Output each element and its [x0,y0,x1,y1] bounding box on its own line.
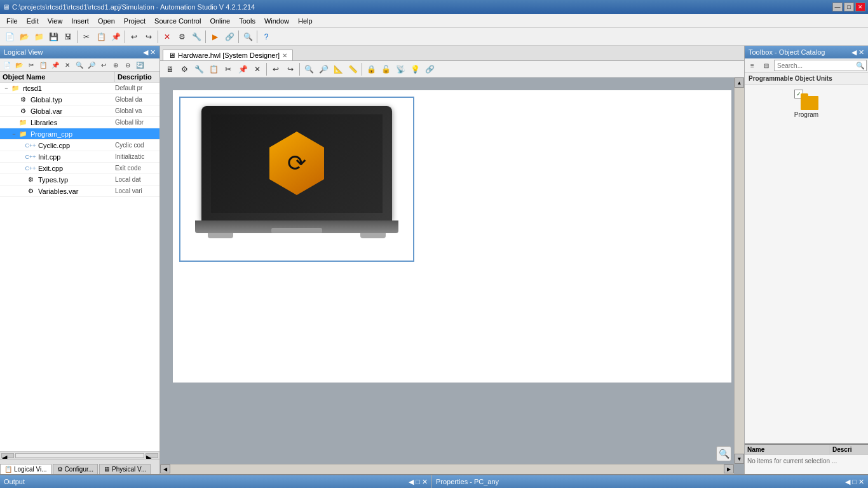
output-pin-icon[interactable]: ◀ [409,478,414,486]
menu-insert[interactable]: Insert [67,16,93,26]
lp-btn-4[interactable]: 📋 [37,59,49,71]
new-button[interactable]: 📄 [3,30,17,44]
scroll-track-h[interactable] [170,464,724,474]
toolbox-pin-icon[interactable]: ◀ [851,48,857,57]
lp-btn-6[interactable]: ✕ [62,59,73,71]
scroll-left-button[interactable]: ◀ [160,464,170,473]
transfer-button[interactable]: ▶ [208,30,222,44]
props-pin-icon[interactable]: ◀ [845,478,850,486]
expand-program-cpp[interactable]: − [10,130,18,138]
doc-btn-18[interactable]: 🔗 [423,62,437,76]
tree-item-program-cpp[interactable]: − 📁 Program_cpp [0,128,159,140]
menu-window[interactable]: Window [261,16,293,26]
horizontal-scrollbar[interactable]: ◀ ▶ [160,464,734,474]
tab-logical-view[interactable]: 📋 Logical Vi... [0,464,51,474]
menu-project[interactable]: Project [120,16,149,26]
doc-btn-13[interactable]: 📏 [346,62,360,76]
tree-item-types-typ[interactable]: ⚙ Types.typ Local dat [0,174,159,186]
tree-item-global-var[interactable]: ⚙ Global.var Global va [0,105,159,117]
system-designer-canvas[interactable]: ⟳ [160,78,744,474]
open-button[interactable]: 📂 [17,30,31,44]
doc-btn-1[interactable]: 🖥 [163,62,177,76]
panel-close-icon[interactable]: ✕ [150,48,156,57]
tree-item-exit-cpp[interactable]: C++ Exit.cpp Exit code [0,163,159,174]
stop-button[interactable]: ✕ [160,30,174,44]
lp-btn-1[interactable]: 📄 [1,59,13,71]
search-icon-button[interactable]: 🔍 [855,60,866,71]
doc-btn-6[interactable]: 📌 [236,62,250,76]
doc-btn-16[interactable]: 📡 [393,62,407,76]
search-input[interactable] [775,62,855,69]
left-panel-scrollbar[interactable]: ◀ ▶ [0,451,159,459]
expand-rtcsd1[interactable]: − [3,85,10,92]
lp-btn-8[interactable]: 🔎 [86,59,97,71]
help-button[interactable]: ? [259,30,273,44]
build-button[interactable]: ⚙ [175,30,189,44]
tab-physical-view[interactable]: 🖥 Physical V... [99,464,151,474]
doc-btn-10[interactable]: 🔍 [302,62,316,76]
doc-btn-14[interactable]: 🔒 [364,62,378,76]
doc-btn-17[interactable]: 💡 [408,62,422,76]
cut-button[interactable]: ✂ [79,30,93,44]
tab-configuration[interactable]: ⚙ Configur... [53,464,98,474]
menu-online[interactable]: Online [206,16,234,26]
props-expand-icon[interactable]: □ [852,478,857,486]
doc-btn-15[interactable]: 🔓 [379,62,393,76]
scroll-down-button[interactable]: ▼ [735,454,744,464]
scroll-left[interactable]: ◀ [1,453,14,458]
doc-btn-7[interactable]: ✕ [250,62,264,76]
doc-btn-3[interactable]: 🔧 [192,62,206,76]
hardware-tab-close[interactable]: ✕ [282,52,287,59]
close-button[interactable]: ✕ [855,3,865,11]
scroll-right[interactable]: ▶ [146,453,158,458]
panel-pin-icon[interactable]: ◀ [143,48,148,57]
doc-btn-9[interactable]: ↪ [283,62,297,76]
minimize-button[interactable]: — [832,3,843,11]
scroll-track-v[interactable] [735,88,744,454]
undo-button[interactable]: ↩ [127,30,141,44]
menu-open[interactable]: Open [94,16,119,26]
doc-btn-4[interactable]: 📋 [207,62,220,76]
lp-btn-10[interactable]: ⊕ [110,59,121,71]
output-close-icon[interactable]: ✕ [422,478,428,486]
lp-btn-9[interactable]: ↩ [98,59,109,71]
menu-view[interactable]: View [44,16,67,26]
redo-button[interactable]: ↪ [142,30,156,44]
output-expand-icon[interactable]: □ [416,478,420,486]
menu-help[interactable]: Help [294,16,316,26]
tree-item-variables-var[interactable]: ⚙ Variables.var Local vari [0,186,159,197]
lp-btn-5[interactable]: 📌 [50,59,61,71]
search-button[interactable]: 🔍 [241,30,255,44]
doc-btn-12[interactable]: 📐 [331,62,345,76]
copy-button[interactable]: 📋 [94,30,108,44]
lp-btn-3[interactable]: ✂ [25,59,37,71]
tree-item-init-cpp[interactable]: C++ Init.cpp Initializatic [0,151,159,163]
toolbox-view-btn[interactable]: ≡ [746,60,759,71]
tree-item-global-typ[interactable]: ⚙ Global.typ Global da [0,94,159,105]
toolbox-filter-btn[interactable]: ⊟ [760,60,773,71]
toolbox-close-icon[interactable]: ✕ [858,48,864,57]
lp-btn-7[interactable]: 🔍 [74,59,85,71]
doc-btn-8[interactable]: ↩ [269,62,283,76]
save-all-button[interactable]: 🖫 [61,30,75,44]
zoom-button[interactable]: 🔍 [716,446,731,461]
scroll-right-button[interactable]: ▶ [724,464,734,473]
tree-item-cyclic-cpp[interactable]: C++ Cyclic.cpp Cyclic cod [0,140,159,151]
program-catalog-item[interactable]: ✓ Program [745,85,868,123]
doc-btn-2[interactable]: ⚙ [177,62,191,76]
open2-button[interactable]: 📁 [32,30,46,44]
save-button[interactable]: 💾 [46,30,60,44]
build2-button[interactable]: 🔧 [189,30,203,44]
vertical-scrollbar[interactable]: ▲ ▼ [734,78,744,464]
menu-file[interactable]: File [3,16,22,26]
hardware-component[interactable]: ⟳ [179,97,414,262]
hardware-hwl-tab[interactable]: 🖥 Hardware.hwl [System Designer] ✕ [163,50,293,60]
lp-btn-12[interactable]: 🔄 [134,59,146,71]
scroll-track[interactable] [15,453,144,458]
maximize-button[interactable]: □ [844,3,854,11]
menu-tools[interactable]: Tools [235,16,259,26]
paste-button[interactable]: 📌 [109,30,123,44]
search-bar[interactable]: 🔍 [774,60,867,71]
scroll-up-button[interactable]: ▲ [735,78,744,88]
lp-btn-11[interactable]: ⊖ [122,59,133,71]
